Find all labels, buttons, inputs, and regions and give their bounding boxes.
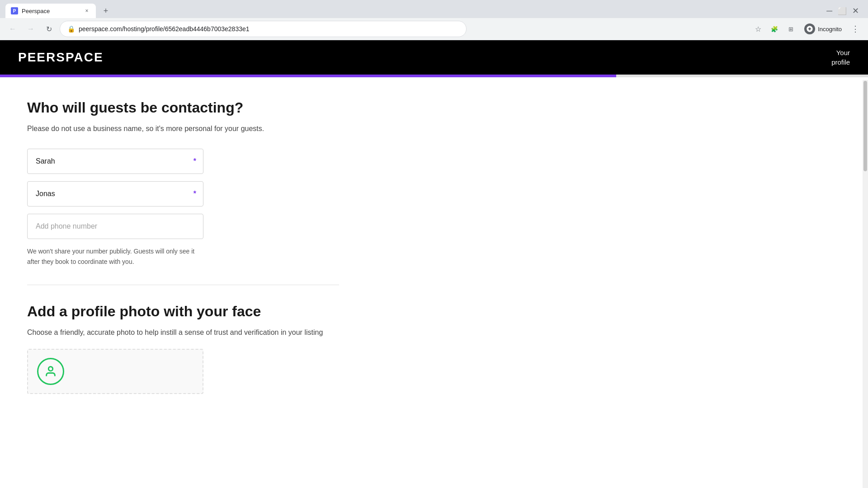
contact-section-subtitle: Please do not use a business name, so it…: [27, 123, 380, 134]
section-divider: [27, 285, 339, 285]
first-name-required-indicator: *: [193, 157, 196, 165]
phone-field: [27, 214, 203, 239]
window-restore-button[interactable]: ⬜: [838, 7, 847, 15]
contact-section-title: Who will guests be contacting?: [27, 99, 380, 116]
security-icon: 🔒: [67, 25, 75, 33]
forward-button[interactable]: →: [24, 22, 38, 36]
incognito-button[interactable]: Incognito: [800, 22, 846, 36]
last-name-field: *: [27, 181, 203, 206]
privacy-note: We won't share your number publicly. Gue…: [27, 246, 203, 267]
photo-section-subtitle: Choose a friendly, accurate photo to hel…: [27, 327, 330, 338]
tab-title: Peerspace: [22, 8, 80, 14]
site-header: PEERSPACE Your profile: [0, 40, 868, 75]
photo-section-title: Add a profile photo with your face: [27, 303, 380, 320]
photo-circle-icon: [37, 358, 64, 385]
last-name-input[interactable]: [27, 181, 203, 206]
window-close-button[interactable]: ✕: [852, 6, 859, 16]
your-profile-link[interactable]: Your profile: [831, 48, 850, 67]
scrollbar-thumb[interactable]: [863, 81, 867, 171]
reload-button[interactable]: ↻: [42, 22, 56, 36]
bookmark-button[interactable]: ☆: [751, 22, 765, 36]
phone-input[interactable]: [27, 214, 203, 239]
address-bar[interactable]: 🔒 peerspace.com/hosting/profile/6562eadb…: [60, 21, 467, 37]
browser-tab[interactable]: P Peerspace ×: [5, 4, 96, 18]
url-text: peerspace.com/hosting/profile/6562eadb44…: [79, 25, 459, 33]
window-minimize-button[interactable]: ─: [826, 6, 832, 16]
first-name-field: *: [27, 149, 203, 174]
extensions-button[interactable]: 🧩: [767, 22, 782, 36]
new-tab-button[interactable]: +: [99, 5, 112, 17]
incognito-icon: [804, 23, 815, 34]
svg-point-0: [48, 367, 52, 371]
first-name-input[interactable]: [27, 149, 203, 174]
progress-bar: [0, 75, 868, 77]
tab-favicon: P: [11, 7, 18, 14]
site-logo[interactable]: PEERSPACE: [18, 50, 104, 65]
incognito-label: Incognito: [818, 26, 842, 33]
last-name-required-indicator: *: [193, 190, 196, 198]
scrollbar[interactable]: [863, 80, 868, 488]
grid-button[interactable]: ⊞: [783, 22, 798, 36]
main-content: Who will guests be contacting? Please do…: [0, 77, 407, 416]
back-button[interactable]: ←: [5, 22, 20, 36]
browser-menu-button[interactable]: ⋮: [848, 22, 863, 36]
photo-upload-area[interactable]: [27, 349, 203, 394]
tab-close-button[interactable]: ×: [83, 7, 90, 14]
progress-fill: [0, 75, 616, 77]
